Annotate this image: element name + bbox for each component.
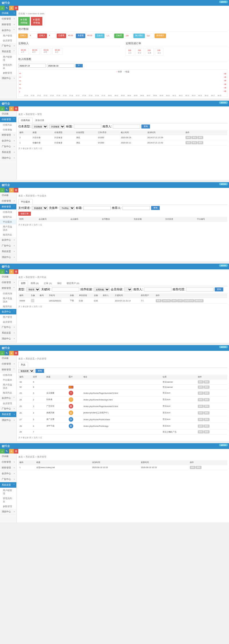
sort-select[interactable]: 从高到低 [94,287,110,291]
table-row[interactable]: 297首页小喇叭广告编辑删除 [18,429,227,435]
table-row[interactable]: 286APP下载⬇/index.php/Home/Public/app首页ico… [18,423,227,429]
nav-dashboard[interactable]: 仪表板‹ [0,10,16,16]
nav-finance[interactable]: 财务管理› [0,132,16,138]
table-row[interactable]: 242利率表♡/index.php/Home/Index/sign.html首页… [18,396,227,403]
nav-task-audit[interactable]: 任务审核 [0,127,16,132]
table-row[interactable]: 1欢迎www.zoukey.net2020-08-18 10:332020-08… [18,465,227,470]
tab-frozen[interactable]: 冻结 [54,281,64,286]
nav-msg[interactable]: 消息中心› [0,75,16,81]
table-row[interactable]: 253广告宣传⊞/index.php/Home/Page/store/aid/3… [18,403,227,410]
nav-params[interactable]: 参数管理 [0,71,16,75]
tab-task-list[interactable]: 任务列表 [18,118,33,123]
item-icon: ⬇ [69,424,73,428]
chart-search-button[interactable]: 🔍 [76,64,83,67]
referrer-input[interactable] [144,287,171,291]
type-select[interactable]: 手机号 [26,287,40,291]
sidebar: 仪表板‹ 任务管理› 财务管理› 会员中心˅ 用户管理 会员管理 广告中心› 系… [0,10,17,98]
search-button[interactable]: 查询 [141,124,150,129]
delete-button[interactable]: 删除 [204,411,210,415]
nav-task[interactable]: 任务管理› [0,16,16,22]
delete-button[interactable]: 删除 [204,398,210,401]
task-type-select2[interactable]: 抖音集量 [49,124,65,129]
table-row[interactable]: 2抖音任务抖音集量测试0/10002020-08-282019-07-21 21… [18,135,227,140]
tab-flow[interactable]: 平台提水 [18,199,33,205]
nav-ad-center[interactable]: 广告中心› [0,144,16,149]
table-row[interactable]: 1快赚任务抖音集量测试0/10002020-03-112019-07-21 21… [18,140,227,145]
search-button[interactable]: 查询 [35,369,44,373]
orders-week: 0件本周 [145,48,154,56]
edit-button[interactable]: 编辑 [198,398,204,401]
nav-ad-setting[interactable]: 用户组管理 [0,55,16,63]
channel-select[interactable]: 快捷通道 [32,206,48,210]
toolbar-icon-3[interactable]: ≡ [9,6,14,10]
edit-button[interactable]: 编辑 [198,418,204,421]
edit-button[interactable]: 编辑 [198,425,204,428]
nav-task-list[interactable]: 任务列表 [0,122,16,127]
edit-button[interactable]: 编辑 [185,136,191,139]
date-to[interactable] [47,64,74,68]
tab-add-task[interactable]: 添加任务 [33,118,47,123]
search-button[interactable]: 查询 [215,287,223,291]
task-type-select[interactable]: 抖音集量 [32,124,48,129]
toolbar: ⌂ ✎ ≡ ⚙ [0,6,229,10]
create-order-button[interactable]: 创建订单 [18,212,31,216]
nav-member-center[interactable]: 会员中心˅ [0,28,16,33]
tab-disabled[interactable]: 禁用 (0) [28,281,41,286]
delete-button[interactable]: 删除 [204,392,210,395]
delete-button[interactable]: 删除 [204,418,210,421]
edit-button[interactable]: 编辑 [198,380,204,384]
tab-locked[interactable]: 锁定用户 (0) [64,281,82,286]
tab-all[interactable]: 全部 [18,281,28,286]
table-row[interactable]: 339首页banner编辑删除 [18,380,227,385]
rate-select[interactable]: Trc20云 [60,206,75,210]
audit-button[interactable]: 审核 [192,136,197,139]
nav-dashboard[interactable]: 仪表板 [0,111,16,117]
keyword-input[interactable] [52,287,79,291]
nav-member-center[interactable]: 会员中心˅ [0,309,16,315]
nav-ad-center[interactable]: 广告中心› [0,43,16,49]
edit-button[interactable]: 编辑 [198,392,204,395]
nav-admin-list[interactable]: 管理员列表 [0,63,16,71]
nav-user-mgmt[interactable]: 用户管理 [0,33,16,38]
filter-select[interactable]: 请选择类 [18,369,34,373]
table-row[interactable]: 9999918518258101下载0.000.002019-07-21 21:… [18,298,227,303]
column-table: 编号排序标题图片地址位置操作 339首页banner编辑删除328夏日首页ban… [18,375,227,435]
tab-normal[interactable]: 正常 (1) [41,281,54,286]
edit-button[interactable]: 编辑 [198,405,204,408]
date-from[interactable] [18,64,46,68]
nav-system[interactable]: 系统设置› [0,149,16,155]
title-input[interactable] [74,124,101,129]
table-row[interactable]: 275推广分享⟳/index.php/Home/Public/share首页ic… [18,416,227,423]
delete-button[interactable]: 删除 [204,425,210,428]
delete-button[interactable]: 删除 [204,405,210,408]
toolbar-icon-1[interactable]: ⌂ [0,6,5,10]
title-input[interactable] [83,206,111,210]
nav-member-center[interactable]: 会员中心› [0,138,16,144]
nav-system[interactable]: 系统设置˅ [0,49,16,55]
referrer-input[interactable] [113,124,140,129]
nav-finance[interactable]: 财务管理› [0,22,16,28]
delete-button[interactable]: 删除 [204,386,210,389]
delete-button[interactable]: 删除 [204,380,210,384]
level-select[interactable] [124,287,132,291]
tab-list[interactable]: 列表 [18,362,28,367]
nav-member-mgmt[interactable]: 会员管理 [0,38,16,43]
table-row[interactable]: 233会员储蓄?/index.php/Home/Page/store/aid/3… [18,390,227,396]
edit-button[interactable]: 编辑 [198,386,204,389]
referrer-input[interactable] [123,206,150,210]
table-row[interactable]: 328夏日首页banner编辑删除 [18,385,227,390]
agent-input[interactable] [186,287,214,291]
nav-finance[interactable]: 财务管理˅ [0,204,16,210]
edit-button[interactable]: 编辑 [198,430,204,433]
delete-button[interactable]: 删除 [198,136,203,139]
delete-button[interactable]: 删除 [204,430,210,433]
toolbar-icon-4[interactable]: ⚙ [14,6,18,10]
user-badge[interactable]: admin [219,1,228,3]
panel-recommend-mgmt: ✿ 抖金admin ⌂✎≡⚙ 仪表板 任务管理› 财务管理› 会员中心› 广告中… [0,443,229,522]
toolbar-icon-2[interactable]: ✎ [5,6,9,10]
nav-msg[interactable]: 消息中心› [0,155,16,161]
search-button[interactable]: 查询 [151,206,160,210]
edit-button[interactable]: 编辑 [198,411,204,415]
nav-task[interactable]: 任务管理˅ [0,117,16,122]
table-row[interactable]: 264抽奖列表♠javascript:alert('正在维护中')首页icon编… [18,410,227,416]
